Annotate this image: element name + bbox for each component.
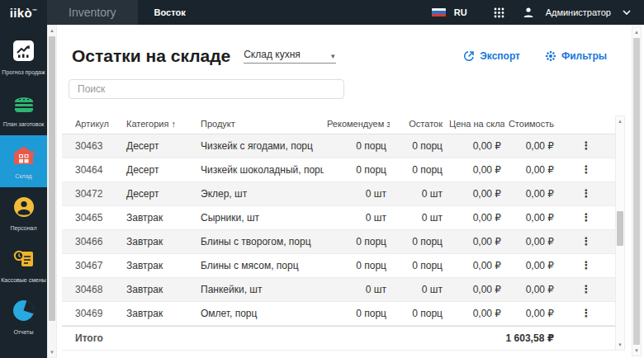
export-icon [463, 50, 475, 62]
cell-stock: 0 порц [390, 236, 446, 247]
cell-cost: 0,00 ₽ [504, 236, 557, 247]
total-label: Итого [62, 332, 123, 344]
org-name[interactable]: Восток [154, 7, 186, 17]
cell-cost: 0,00 ₽ [504, 212, 557, 224]
cell-stock: 0 порц [390, 260, 446, 271]
table-row[interactable]: 30463 Десерт Чизкейк с ягодами, порц 0 п… [62, 134, 615, 158]
table-row[interactable]: 30466 Завтрак Блины с творогом, порц 0 п… [62, 230, 615, 254]
table-header-row: Артикул Категория ↑ Продукт Рекомендуем … [62, 114, 615, 134]
filters-label: Фильтры [561, 50, 607, 62]
column-header-sku[interactable]: Артикул [62, 119, 123, 129]
cell-product: Блины с творогом, порц [197, 236, 324, 247]
sidebar-item-reports[interactable]: Отчеты [0, 291, 47, 343]
sidebar-item-label: Кассовые смены [1, 277, 46, 283]
app-grid-icon[interactable] [494, 7, 504, 18]
column-header-stock[interactable]: Остаток [390, 119, 446, 129]
topbar-right: RU Администратор [432, 7, 644, 18]
cell-product: Эклер, шт [197, 188, 324, 200]
cell-stock: 0 шт [390, 188, 446, 200]
sidebar-item-cash-shifts[interactable]: Кассовые смены [0, 239, 47, 291]
scroll-down-icon[interactable]: ▼ [48, 348, 56, 356]
scroll-up-icon[interactable]: ▲ [632, 28, 641, 36]
staff-icon [13, 196, 35, 221]
chevron-down-icon[interactable] [623, 10, 631, 15]
row-menu-kebab-icon[interactable]: ⋮ [581, 260, 592, 271]
scrollbar-thumb[interactable] [633, 38, 640, 345]
scroll-down-icon[interactable]: ▼ [616, 341, 624, 349]
scroll-down-icon[interactable]: ▼ [632, 346, 641, 355]
cell-recommend: 0 порц [324, 236, 390, 247]
row-menu-kebab-icon[interactable]: ⋮ [581, 212, 592, 224]
user-icon [523, 7, 534, 18]
filters-button[interactable]: Фильтры [545, 50, 607, 62]
row-menu-kebab-icon[interactable]: ⋮ [581, 284, 592, 295]
iiko-logo: iikò™ [0, 6, 47, 20]
scrollbar-thumb[interactable] [49, 36, 55, 321]
total-value: 1 603,58 ₽ [123, 332, 557, 344]
cell-product: Сырники, шт [197, 212, 324, 224]
reports-icon [12, 299, 35, 325]
sidebar-item-label: Отчеты [13, 329, 33, 335]
table-row[interactable]: 30464 Десерт Чизкейк шоколадный, порц 0 … [62, 158, 615, 182]
row-menu-kebab-icon[interactable]: ⋮ [581, 188, 592, 200]
cell-price: 0,00 ₽ [446, 308, 504, 319]
sales-forecast-icon [12, 40, 35, 65]
page-title: Остатки на складе [72, 46, 230, 66]
column-header-product[interactable]: Продукт [197, 119, 324, 129]
cell-stock: 0 шт [390, 284, 446, 295]
scrollbar-thumb[interactable] [617, 211, 623, 246]
main-content: Остатки на складе Склад кухня ▼ Экспорт [57, 25, 615, 358]
user-menu[interactable]: Администратор [546, 7, 611, 17]
prep-plan-icon [12, 92, 36, 117]
column-header-category[interactable]: Категория ↑ [123, 119, 197, 129]
scroll-up-icon[interactable]: ▲ [48, 26, 56, 35]
cell-sku: 30464 [62, 164, 123, 176]
row-menu-kebab-icon[interactable]: ⋮ [581, 164, 592, 176]
top-bar: iikò™ Inventory Восток RU Администратор [0, 0, 644, 25]
cell-product: Блины с мясом, порц [197, 260, 324, 271]
cell-price: 0,00 ₽ [446, 140, 504, 152]
row-menu-kebab-icon[interactable]: ⋮ [581, 308, 592, 319]
cell-stock: 0 порц [390, 308, 446, 319]
language-code[interactable]: RU [454, 7, 467, 17]
column-header-cost[interactable]: Стоимость [504, 119, 557, 129]
content-scrollbar-left[interactable]: ▲ ▼ [47, 25, 57, 358]
cell-category: Завтрак [123, 284, 197, 295]
scroll-up-icon[interactable]: ▲ [616, 117, 624, 125]
cell-sku: 30465 [62, 212, 123, 224]
search-input[interactable] [69, 79, 344, 99]
table-row[interactable]: 30467 Завтрак Блины с мясом, порц 0 порц… [62, 254, 615, 278]
store-select-dropdown[interactable]: Склад кухня ▼ [244, 49, 336, 64]
sidebar-item-prep-plan[interactable]: План заготовок [0, 83, 47, 135]
table-scrollbar[interactable]: ▲ ▼ [615, 115, 625, 351]
warehouse-icon [12, 144, 35, 169]
cell-category: Десерт [123, 188, 197, 200]
cell-category: Завтрак [123, 260, 197, 271]
column-header-recommend[interactable]: Рекомендуем заказать [324, 119, 390, 129]
table-row[interactable]: 30465 Завтрак Сырники, шт 0 шт 0 шт 0,00… [62, 206, 615, 230]
sidebar-item-label: Прогноз продаж [2, 69, 45, 75]
sidebar-item-staff[interactable]: Персонал [0, 187, 47, 239]
column-header-price[interactable]: Цена на складе [446, 119, 504, 129]
table-row[interactable]: 30472 Десерт Эклер, шт 0 шт 0 шт 0,00 ₽ … [62, 182, 615, 206]
sidebar-item-label: План заготовок [3, 121, 45, 127]
dropdown-caret-icon: ▼ [329, 53, 336, 60]
sidebar: Прогноз продаж План заготовок [0, 25, 47, 358]
table-row[interactable]: 30468 Завтрак Панкейки, шт 0 шт 0 шт 0,0… [62, 278, 615, 302]
row-menu-kebab-icon[interactable]: ⋮ [581, 140, 592, 152]
cell-cost: 0,00 ₽ [504, 140, 557, 152]
cell-recommend: 0 шт [324, 284, 390, 295]
table-footer-row: Итого 1 603,58 ₽ [62, 326, 615, 351]
cell-price: 0,00 ₽ [446, 212, 504, 224]
cell-cost: 0,00 ₽ [504, 308, 557, 319]
cell-category: Завтрак [123, 308, 197, 319]
cell-sku: 30466 [62, 236, 123, 247]
sidebar-item-warehouse[interactable]: Склад [0, 135, 47, 187]
row-menu-kebab-icon[interactable]: ⋮ [581, 236, 592, 247]
sidebar-item-sales-forecast[interactable]: Прогноз продаж [0, 31, 47, 83]
cell-price: 0,00 ₽ [446, 284, 504, 295]
page-scrollbar[interactable]: ▲ ▼ [632, 26, 642, 356]
cell-cost: 0,00 ₽ [504, 260, 557, 271]
export-button[interactable]: Экспорт [463, 50, 520, 62]
table-row[interactable]: 30469 Завтрак Омлет, порц 0 порц 0 порц … [62, 302, 615, 326]
